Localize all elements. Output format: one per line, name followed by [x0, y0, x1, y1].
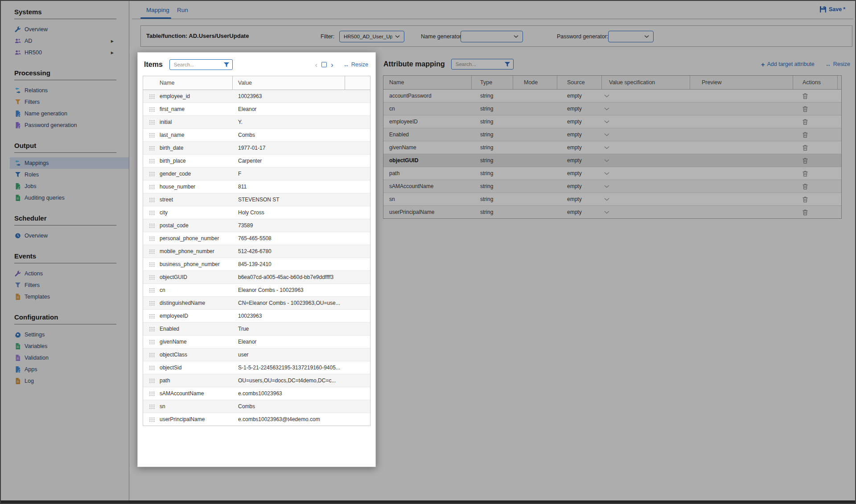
- sidebar-item-label: Validation: [25, 355, 49, 361]
- delete-attribute-button[interactable]: [802, 145, 808, 151]
- items-panel: Items ‹ › ↔ Resize Name Value: [137, 52, 376, 467]
- attribute-resize-button[interactable]: ↔ Resize: [825, 61, 850, 68]
- items-table-row: snCombs: [143, 400, 370, 413]
- drag-handle-icon[interactable]: [149, 159, 155, 164]
- item-name-cell: employee_id: [160, 93, 233, 99]
- value-specification-dropdown-icon[interactable]: [602, 120, 690, 123]
- delete-attribute-button[interactable]: [802, 209, 808, 215]
- sidebar-item-configuration-settings[interactable]: Settings: [1, 329, 129, 340]
- drag-handle-icon[interactable]: [149, 314, 155, 319]
- value-specification-dropdown-icon[interactable]: [602, 172, 690, 175]
- wrench-icon: [14, 26, 21, 33]
- drag-handle-icon[interactable]: [149, 249, 155, 254]
- page-indicator[interactable]: [321, 62, 327, 67]
- previous-page-icon[interactable]: ‹: [315, 61, 317, 69]
- items-table-row: streetSTEVENSON ST: [143, 193, 370, 206]
- sidebar-item-configuration-apps[interactable]: Apps: [1, 364, 129, 375]
- save-label: Save: [829, 6, 842, 12]
- drag-handle-icon[interactable]: [149, 197, 155, 202]
- delete-attribute-button[interactable]: [802, 106, 808, 112]
- items-resize-button[interactable]: ↔ Resize: [343, 61, 368, 68]
- item-name-cell: gender_code: [160, 171, 233, 177]
- drag-handle-icon[interactable]: [149, 327, 155, 332]
- drag-handle-icon[interactable]: [149, 378, 155, 383]
- items-table-row: sAMAccountNamee.combs10023963: [143, 387, 370, 400]
- sidebar-item-output-jobs[interactable]: Jobs: [1, 180, 129, 192]
- sidebar-item-scheduler-overview[interactable]: Overview: [1, 230, 129, 242]
- item-value-cell: CN=Eleanor Combs - 10023963,OU=use...: [233, 300, 345, 306]
- value-specification-dropdown-icon[interactable]: [602, 211, 690, 214]
- drag-handle-icon[interactable]: [149, 236, 155, 241]
- add-target-attribute-button[interactable]: + Add target attribute: [761, 61, 815, 68]
- sidebar-item-configuration-variables[interactable]: Variables: [1, 340, 129, 352]
- item-value-cell: 765-465-5508: [233, 235, 345, 242]
- delete-attribute-button[interactable]: [802, 158, 808, 164]
- tab-run[interactable]: Run: [177, 7, 188, 13]
- value-specification-dropdown-icon[interactable]: [602, 146, 690, 149]
- delete-attribute-button[interactable]: [802, 119, 808, 125]
- drag-handle-icon[interactable]: [149, 94, 155, 99]
- sidebar-item-output-roles[interactable]: Roles: [1, 169, 129, 180]
- name-generator-select[interactable]: [461, 31, 523, 42]
- item-name-cell: employeeID: [160, 313, 233, 319]
- sidebar-item-output-auditing-queries[interactable]: Auditing queries: [1, 192, 129, 204]
- sidebar-item-events-templates[interactable]: Templates: [1, 291, 129, 303]
- value-specification-dropdown-icon[interactable]: [602, 94, 690, 98]
- drag-handle-icon[interactable]: [149, 288, 155, 293]
- drag-handle-icon[interactable]: [149, 133, 155, 138]
- drag-handle-icon[interactable]: [149, 210, 155, 215]
- sidebar-item-configuration-validation[interactable]: Validation: [1, 352, 129, 364]
- delete-attribute-button[interactable]: [802, 93, 808, 99]
- sidebar-item-events-filters[interactable]: Filters: [1, 279, 129, 291]
- save-button[interactable]: Save *: [820, 6, 845, 12]
- drag-handle-icon[interactable]: [149, 417, 155, 422]
- value-specification-dropdown-icon[interactable]: [602, 198, 690, 201]
- drag-handle-icon[interactable]: [149, 365, 155, 370]
- sidebar-item-configuration-log[interactable]: Log: [1, 375, 129, 387]
- tab-mapping[interactable]: Mapping: [146, 7, 169, 13]
- sidebar-item-systems-overview[interactable]: Overview: [1, 24, 129, 35]
- sidebar-item-systems-ad[interactable]: AD▶: [1, 35, 129, 47]
- sidebar-item-processing-relations[interactable]: Relations: [1, 85, 129, 96]
- delete-attribute-button[interactable]: [802, 171, 808, 176]
- resize-icon: ↔: [825, 61, 831, 68]
- attribute-source-cell: empty: [557, 183, 602, 189]
- delete-attribute-button[interactable]: [802, 132, 808, 138]
- sidebar-item-processing-password-generation[interactable]: Password generation: [1, 119, 129, 131]
- item-value-cell: Combs: [233, 132, 345, 138]
- delete-attribute-button[interactable]: [802, 197, 808, 202]
- drag-handle-icon[interactable]: [149, 262, 155, 267]
- sidebar-item-label: Filters: [25, 282, 40, 288]
- drag-handle-icon[interactable]: [149, 107, 155, 112]
- next-page-icon[interactable]: ›: [331, 61, 333, 69]
- attribute-search-input[interactable]: [455, 61, 505, 67]
- items-search-input[interactable]: [173, 61, 224, 68]
- sidebar-item-processing-filters[interactable]: Filters: [1, 96, 129, 108]
- password-generator-select[interactable]: [608, 31, 654, 42]
- value-specification-dropdown-icon[interactable]: [602, 107, 690, 111]
- drag-handle-icon[interactable]: [149, 146, 155, 151]
- sidebar-item-processing-name-generation[interactable]: Name generation: [1, 108, 129, 119]
- drag-handle-icon[interactable]: [149, 120, 155, 125]
- sidebar-item-events-actions[interactable]: Actions: [1, 268, 129, 279]
- doc-icon: [14, 343, 21, 350]
- drag-handle-icon[interactable]: [149, 275, 155, 280]
- drag-handle-icon[interactable]: [149, 404, 155, 409]
- drag-handle-icon[interactable]: [149, 352, 155, 357]
- sidebar-item-output-mappings[interactable]: Mappings: [10, 157, 129, 169]
- save-icon: [820, 6, 826, 12]
- drag-handle-icon[interactable]: [149, 301, 155, 306]
- value-specification-dropdown-icon[interactable]: [602, 133, 690, 136]
- drag-handle-icon[interactable]: [149, 340, 155, 344]
- filter-select[interactable]: HR500_AD_User_Update: [339, 31, 404, 42]
- drag-handle-icon[interactable]: [149, 184, 155, 189]
- drag-handle-icon[interactable]: [149, 172, 155, 176]
- delete-attribute-button[interactable]: [802, 184, 808, 189]
- item-name-cell: city: [160, 209, 233, 216]
- value-specification-dropdown-icon[interactable]: [602, 185, 690, 188]
- value-specification-dropdown-icon[interactable]: [602, 159, 690, 162]
- item-value-cell: OU=users,OU=docs,DC=t4demo,DC=c...: [233, 377, 345, 384]
- sidebar-item-systems-hr500[interactable]: HR500▶: [1, 47, 129, 58]
- drag-handle-icon[interactable]: [149, 223, 155, 228]
- drag-handle-icon[interactable]: [149, 391, 155, 396]
